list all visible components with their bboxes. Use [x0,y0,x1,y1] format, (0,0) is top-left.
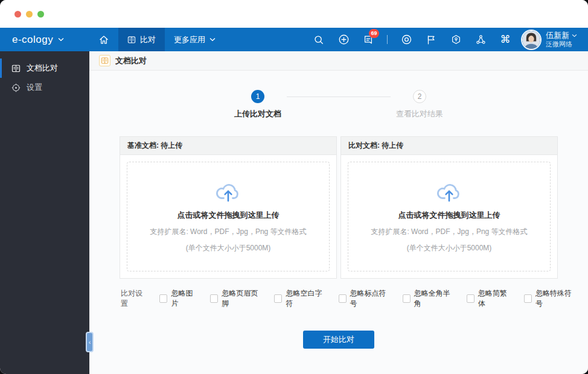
window-titlebar [0,0,588,28]
tab-compare[interactable]: 比对 [118,28,165,51]
option-ignore-simplified-traditional[interactable]: 忽略简繁体 [467,288,511,309]
sidebar-collapse-handle[interactable]: ‹ [86,332,94,352]
flag-icon[interactable] [425,34,437,46]
chevron-down-icon [209,37,216,42]
breadcrumb: 文档比对 [89,51,588,71]
option-ignore-whitespace[interactable]: 忽略空白字符 [274,288,325,309]
sidebar-item-settings[interactable]: 设置 [0,78,89,97]
content-area: 文档比对 1 上传比对文档 2 查看比对结果 [89,51,588,374]
icon-divider [387,35,388,44]
base-upload-dropzone[interactable]: 点击或将文件拖拽到这里上传 支持扩展名: Word，PDF，Jpg，Png 等文… [127,162,330,271]
step-result: 2 查看比对结果 [391,90,449,119]
maximize-window-button[interactable] [37,11,44,17]
ignore-images-checkbox[interactable] [159,294,167,303]
cloud-upload-icon [435,180,464,203]
minimize-window-button[interactable] [26,11,33,17]
panel-title: 比对文档: 待上传 [341,137,557,155]
option-label: 忽略图片 [171,288,197,309]
tab-more-apps-label: 更多应用 [174,34,205,45]
ignore-punctuation-checkbox[interactable] [339,294,347,303]
command-icon[interactable]: ⌘ [499,34,511,46]
add-icon[interactable] [337,34,350,46]
ignore-simplified-traditional-checkbox[interactable] [467,294,475,303]
ignore-whitespace-checkbox[interactable] [274,294,282,303]
page-title: 文档比对 [115,55,147,66]
ignore-fullwidth-checkbox[interactable] [403,294,411,303]
option-label: 忽略标点符号 [350,288,390,309]
app-header: e-cology 比对 更多应用 [0,28,588,51]
step-connector [287,97,391,97]
app-logo[interactable]: e-cology [0,28,89,51]
search-icon[interactable] [313,34,325,46]
compare-upload-dropzone[interactable]: 点击或将文件拖拽到这里上传 支持扩展名: Word，PDF，Jpg，Png 等文… [348,162,551,271]
ignore-header-footer-checkbox[interactable] [210,294,218,303]
sidebar-item-label: 设置 [27,82,42,93]
option-ignore-fullwidth[interactable]: 忽略全角半角 [403,288,454,309]
step-upload: 1 上传比对文档 [229,90,287,119]
compare-settings-label: 比对设置 [121,288,147,309]
panel-title: 基准文档: 待上传 [120,137,336,155]
option-label: 忽略简繁体 [478,288,511,309]
tab-compare-label: 比对 [140,34,156,45]
step-label: 上传比对文档 [234,109,281,119]
compare-settings-row: 比对设置 忽略图片 忽略页眉页脚 忽略空白字符 [89,288,588,309]
compare-icon [99,55,110,66]
upload-hint: 点击或将文件拖拽到这里上传 [398,210,500,221]
ignore-special-chars-checkbox[interactable] [524,294,532,303]
sidebar-item-doc-compare[interactable]: 文档比对 [0,59,89,78]
start-compare-button[interactable]: 开始比对 [303,331,374,349]
compare-icon [11,64,21,73]
avatar [522,31,540,49]
messages-icon[interactable]: 69 [362,34,374,46]
chevron-down-icon [58,37,64,42]
option-label: 忽略页眉页脚 [222,288,261,309]
compare-document-panel: 比对文档: 待上传 点击或将文件拖拽到这里上传 支持 [340,136,558,279]
chevron-down-icon [572,34,577,37]
base-document-panel: 基准文档: 待上传 点击或将文件拖拽到这里上传 支持 [120,136,337,279]
upload-size-limit: (单个文件大小小于5000M) [186,243,271,253]
share-network-icon[interactable] [475,34,487,46]
compare-icon [127,36,136,44]
step-indicator: 1 上传比对文档 2 查看比对结果 [89,90,588,119]
collapse-chevron-icon: ‹ [89,338,91,346]
notification-badge: 69 [369,29,379,38]
app-logo-text: e-cology [12,34,53,46]
close-window-button[interactable] [14,11,21,17]
app-window: e-cology 比对 更多应用 [0,0,588,374]
tab-more-apps[interactable]: 更多应用 [165,28,225,51]
option-ignore-images[interactable]: 忽略图片 [159,288,197,309]
upload-hint: 点击或将文件拖拽到这里上传 [177,210,280,221]
option-label: 忽略特殊符号 [535,288,575,309]
option-ignore-special-chars[interactable]: 忽略特殊符号 [524,288,575,309]
user-org: 泛微网络 [546,40,577,49]
step-number: 2 [413,90,426,103]
gear-icon [11,83,21,92]
upload-size-limit: (单个文件大小小于5000M) [407,243,492,253]
home-icon [98,34,109,45]
header-icon-bar: 69 ⌘ [313,28,522,51]
step-label: 查看比对结果 [396,109,443,119]
workflow-badge-icon[interactable] [450,34,462,46]
upload-formats: 支持扩展名: Word，PDF，Jpg，Png 等文件格式 [150,227,306,237]
upload-formats: 支持扩展名: Word，PDF，Jpg，Png 等文件格式 [371,227,527,237]
user-name: 伍新新 [546,31,569,40]
cloud-upload-icon [214,180,243,203]
option-label: 忽略全角半角 [414,288,454,309]
sidebar: 文档比对 设置 ‹ [0,51,89,374]
sidebar-item-label: 文档比对 [27,63,58,74]
option-label: 忽略空白字符 [286,288,325,309]
option-ignore-punctuation[interactable]: 忽略标点符号 [339,288,390,309]
user-menu[interactable]: 伍新新 泛微网络 [522,28,588,51]
service-icon[interactable] [400,34,412,46]
option-ignore-header-footer[interactable]: 忽略页眉页脚 [210,288,261,309]
nav-home-button[interactable] [89,28,118,51]
step-number: 1 [251,90,264,103]
